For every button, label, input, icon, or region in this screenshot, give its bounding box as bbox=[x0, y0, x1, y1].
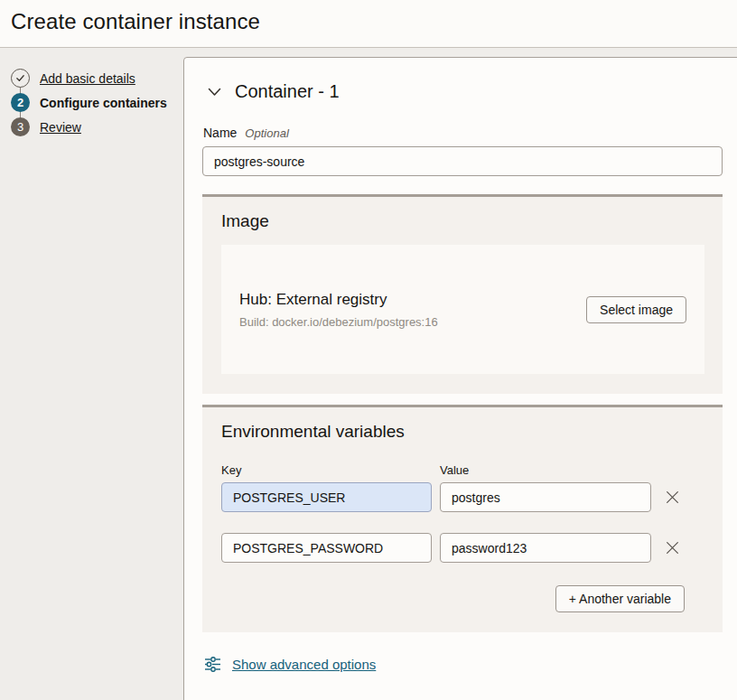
add-variable-row: + Another variable bbox=[221, 585, 685, 612]
selected-image-title: Hub: External registry bbox=[239, 291, 438, 309]
container-panel-title: Container - 1 bbox=[235, 81, 340, 102]
page-header: Create container instance bbox=[0, 0, 737, 48]
step-label[interactable]: Review bbox=[40, 120, 81, 135]
step-complete-check-icon bbox=[11, 69, 30, 88]
selected-image-build: Build: docker.io/debezium/postgres:16 bbox=[239, 315, 438, 329]
sliders-icon bbox=[204, 656, 221, 673]
stepper-steps: Add basic details 2 Configure containers… bbox=[11, 66, 183, 139]
image-section-heading: Image bbox=[221, 211, 704, 231]
advanced-options-row: Show advanced options bbox=[204, 656, 723, 673]
step-number-badge: 2 bbox=[11, 93, 30, 112]
name-optional-hint: Optional bbox=[245, 126, 288, 140]
selected-image-info: Hub: External registry Build: docker.io/… bbox=[239, 291, 438, 329]
page-title: Create container instance bbox=[11, 9, 726, 34]
selected-image-card: Hub: External registry Build: docker.io/… bbox=[221, 245, 704, 374]
close-icon bbox=[665, 540, 680, 555]
step-configure-containers[interactable]: 2 Configure containers bbox=[11, 90, 183, 115]
close-icon bbox=[665, 490, 680, 505]
env-row bbox=[221, 482, 685, 512]
check-icon bbox=[15, 73, 25, 83]
env-value-label: Value bbox=[440, 463, 651, 477]
image-section: Image Hub: External registry Build: dock… bbox=[202, 194, 723, 394]
remove-variable-button-1[interactable] bbox=[659, 485, 685, 510]
chevron-down-icon bbox=[208, 88, 221, 97]
page-body: Add basic details 2 Configure containers… bbox=[0, 48, 737, 700]
name-field-labels: Name Optional bbox=[203, 126, 723, 140]
env-variables-section: Environmental variables Key Value bbox=[202, 405, 723, 632]
wizard-stepper: Add basic details 2 Configure containers… bbox=[11, 57, 183, 139]
step-review[interactable]: 3 Review bbox=[11, 115, 183, 139]
add-another-variable-button[interactable]: + Another variable bbox=[555, 585, 685, 612]
env-row bbox=[221, 533, 685, 563]
env-column-labels: Key Value bbox=[221, 463, 685, 477]
env-value-input-1[interactable] bbox=[440, 482, 651, 512]
show-advanced-options-link[interactable]: Show advanced options bbox=[232, 657, 376, 672]
remove-variable-button-2[interactable] bbox=[659, 536, 685, 561]
env-key-input-2[interactable] bbox=[221, 533, 432, 563]
step-label[interactable]: Add basic details bbox=[40, 71, 135, 86]
env-value-input-2[interactable] bbox=[440, 533, 651, 563]
name-label: Name bbox=[203, 126, 237, 140]
step-number-badge: 3 bbox=[11, 117, 30, 136]
step-label: Configure containers bbox=[40, 96, 167, 110]
container-panel-toggle[interactable]: Container - 1 bbox=[208, 81, 723, 102]
env-key-input-1[interactable] bbox=[221, 482, 432, 512]
env-section-heading: Environmental variables bbox=[221, 422, 685, 442]
container-config-card: Container - 1 Name Optional Image Hub: E… bbox=[183, 57, 737, 700]
env-key-label: Key bbox=[221, 463, 432, 477]
container-name-input[interactable] bbox=[202, 146, 723, 176]
select-image-button[interactable]: Select image bbox=[586, 296, 686, 323]
step-add-basic-details[interactable]: Add basic details bbox=[11, 66, 183, 90]
